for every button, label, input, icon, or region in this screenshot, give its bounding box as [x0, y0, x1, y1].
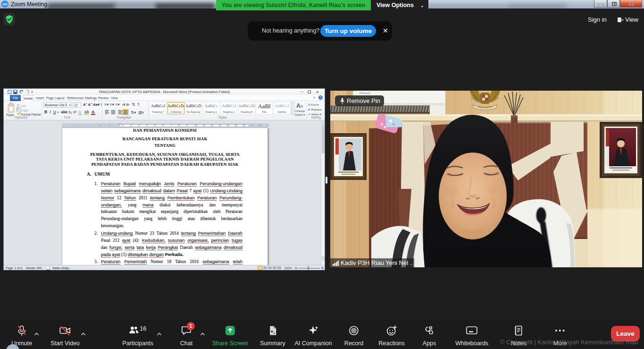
svg-text:A: A [92, 110, 95, 114]
svg-text:ab: ab [84, 110, 89, 114]
svg-text:16: 16 [140, 325, 146, 332]
svg-text:⇅▾: ⇅▾ [131, 110, 136, 115]
svg-text:Panasonic: Panasonic [360, 92, 371, 94]
svg-text:A: A [300, 104, 303, 109]
svg-text:A: A [78, 110, 81, 114]
svg-text:▦▾: ▦▾ [138, 110, 144, 115]
